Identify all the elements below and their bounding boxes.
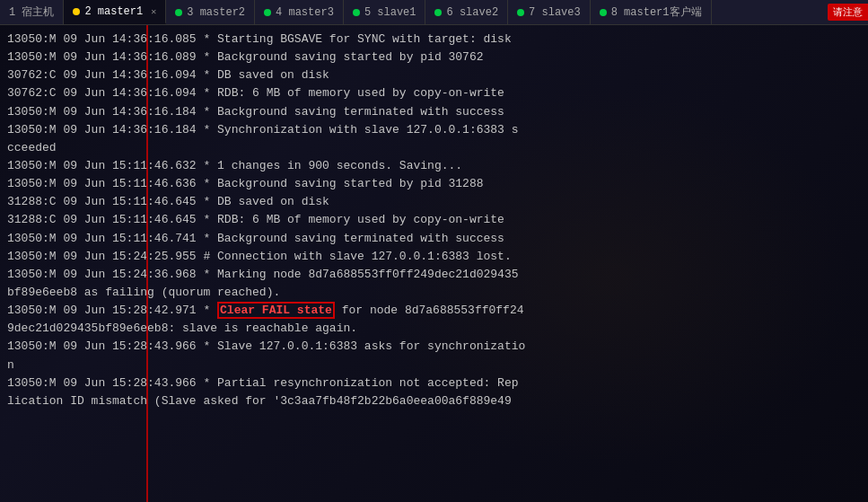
tab-4-dot (264, 9, 271, 16)
clear-fail-state-highlight: Clear FAIL state (217, 302, 335, 319)
line-1: 13050:M 09 Jun 14:36:16.085 * Starting B… (7, 31, 861, 48)
line-15: bf89e6eeb8 as failing (quorum reached). (7, 284, 861, 302)
tab-2-label: 2 master1 (84, 5, 143, 18)
tab-8-master1-client[interactable]: 8 master1客户端 (591, 0, 712, 24)
tab-7-slave3[interactable]: 7 slave3 (508, 0, 591, 24)
tab-2-master1[interactable]: 2 master1 ✕ (64, 0, 166, 24)
line-12: 13050:M 09 Jun 15:11:46.741 * Background… (7, 230, 861, 248)
line-8: 13050:M 09 Jun 15:11:46.632 * 1 changes … (7, 157, 861, 175)
line-11: 31288:C 09 Jun 15:11:46.645 * RDB: 6 MB … (7, 211, 861, 229)
line-16: 13050:M 09 Jun 15:28:42.971 * Clear FAIL… (7, 302, 861, 320)
line-13: 13050:M 09 Jun 15:24:25.955 # Connection… (7, 248, 861, 266)
line-9: 13050:M 09 Jun 15:11:46.636 * Background… (7, 175, 861, 193)
tab-8-label: 8 master1客户端 (611, 4, 702, 20)
line-10: 31288:C 09 Jun 15:11:46.645 * DB saved o… (7, 193, 861, 211)
tab-7-dot (517, 9, 524, 16)
tab-6-dot (434, 9, 442, 16)
tab-5-dot (353, 9, 360, 16)
line-4: 30762:C 09 Jun 14:36:16.094 * RDB: 6 MB … (7, 84, 861, 102)
line-3: 30762:C 09 Jun 14:36:16.094 * DB saved o… (7, 66, 861, 84)
tab-8-dot (600, 9, 607, 16)
tab-2-close[interactable]: ✕ (151, 6, 156, 17)
tab-6-slave2[interactable]: 6 slave2 (425, 0, 508, 24)
tab-bar: 1 宿主机 2 master1 ✕ 3 master2 4 master3 5 … (0, 0, 868, 25)
line-19: n (7, 357, 861, 374)
line-14: 13050:M 09 Jun 15:24:36.968 * Marking no… (7, 266, 861, 284)
tab-5-slave1[interactable]: 5 slave1 (344, 0, 426, 24)
line-6: 13050:M 09 Jun 14:36:16.184 * Synchroniz… (7, 121, 861, 139)
tab-3-label: 3 master2 (187, 6, 245, 19)
corner-notice: 请注意 (828, 4, 868, 21)
tab-3-dot (175, 9, 182, 16)
tab-5-label: 5 slave1 (364, 6, 416, 19)
line-17: 9dec21d029435bf89e6eeb8: slave is reacha… (7, 320, 861, 338)
line-18: 13050:M 09 Jun 15:28:43.966 * Slave 127.… (7, 338, 861, 356)
tab-1-label: 1 宿主机 (9, 4, 54, 20)
tab-2-dot (73, 8, 80, 15)
line-5: 13050:M 09 Jun 14:36:16.184 * Background… (7, 103, 861, 121)
line-21: lication ID mismatch (Slave asked for '3… (7, 392, 861, 410)
tab-7-label: 7 slave3 (529, 6, 581, 19)
line-2: 13050:M 09 Jun 14:36:16.089 * Background… (7, 48, 861, 66)
terminal-area: 13050:M 09 Jun 14:36:16.085 * Starting B… (0, 25, 868, 502)
tab-4-master3[interactable]: 4 master3 (255, 0, 344, 24)
tab-6-label: 6 slave2 (446, 6, 498, 19)
line-7: cceeded (7, 139, 861, 157)
tab-4-label: 4 master3 (276, 6, 334, 19)
tab-3-master2[interactable]: 3 master2 (166, 0, 255, 24)
vertical-red-separator (146, 25, 148, 502)
terminal-lines: 13050:M 09 Jun 14:36:16.085 * Starting B… (7, 31, 861, 410)
line-20: 13050:M 09 Jun 15:28:43.966 * Partial re… (7, 374, 861, 392)
tab-1-host[interactable]: 1 宿主机 (0, 0, 64, 24)
